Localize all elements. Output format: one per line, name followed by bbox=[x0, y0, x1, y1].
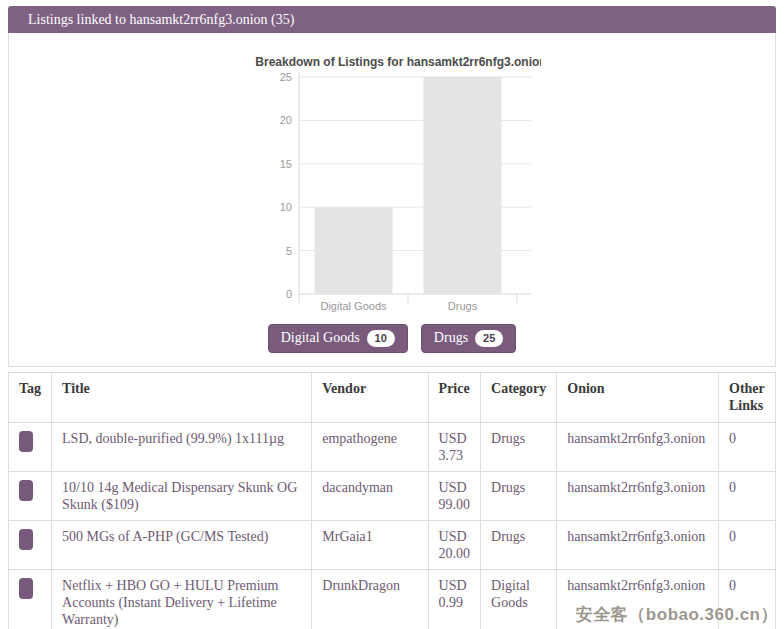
listing-category: Drugs bbox=[481, 423, 557, 472]
listing-category: Digital Goods bbox=[481, 570, 557, 629]
filter-button-drugs[interactable]: Drugs 25 bbox=[421, 324, 516, 353]
watermark: 安全客（bobao.360.cn） bbox=[576, 603, 778, 626]
listing-price: USD 3.73 bbox=[428, 423, 481, 472]
listing-onion: hansamkt2rr6nfg3.onion bbox=[557, 423, 719, 472]
column-header-onion: Onion bbox=[557, 373, 719, 423]
filter-count-badge: 25 bbox=[475, 330, 503, 347]
column-header-category: Category bbox=[481, 373, 557, 423]
svg-text:Breakdown of Listings for hans: Breakdown of Listings for hansamkt2rr6nf… bbox=[255, 55, 541, 69]
listing-other-links: 0 bbox=[719, 423, 776, 472]
tag-icon[interactable] bbox=[19, 480, 33, 501]
tag-icon[interactable] bbox=[19, 431, 33, 452]
bar-chart-svg: Breakdown of Listings for hansamkt2rr6nf… bbox=[251, 53, 541, 318]
svg-text:0: 0 bbox=[286, 288, 292, 300]
panel-header-title: Listings linked to hansamkt2rr6nfg3.onio… bbox=[8, 6, 776, 33]
svg-text:Digital Goods: Digital Goods bbox=[320, 300, 387, 312]
table-row: 10/10 14g Medical Dispensary Skunk OG Sk… bbox=[9, 472, 776, 521]
filter-count-badge: 10 bbox=[367, 330, 395, 347]
category-filter-row: Digital Goods 10 Drugs 25 bbox=[9, 324, 775, 353]
listing-title: 10/10 14g Medical Dispensary Skunk OG Sk… bbox=[52, 472, 312, 521]
listing-other-links: 0 bbox=[719, 472, 776, 521]
column-header-vendor: Vendor bbox=[312, 373, 428, 423]
svg-text:15: 15 bbox=[280, 158, 292, 170]
listing-vendor: dacandyman bbox=[312, 472, 428, 521]
table-row: LSD, double-purified (99.9%) 1x111µg emp… bbox=[9, 423, 776, 472]
listings-bar-chart: Breakdown of Listings for hansamkt2rr6nf… bbox=[251, 53, 541, 318]
listing-vendor: MrGaia1 bbox=[312, 521, 428, 570]
svg-text:20: 20 bbox=[280, 114, 292, 126]
listing-other-links: 0 bbox=[719, 521, 776, 570]
column-header-tag: Tag bbox=[9, 373, 52, 423]
listing-price: USD 0.99 bbox=[428, 570, 481, 629]
filter-button-label: Drugs bbox=[434, 330, 468, 346]
svg-text:25: 25 bbox=[280, 71, 292, 83]
svg-text:5: 5 bbox=[286, 245, 292, 257]
column-header-other-links: Other Links bbox=[719, 373, 776, 423]
column-header-price: Price bbox=[428, 373, 481, 423]
listing-title: LSD, double-purified (99.9%) 1x111µg bbox=[52, 423, 312, 472]
listing-price: USD 20.00 bbox=[428, 521, 481, 570]
listing-onion: hansamkt2rr6nfg3.onion bbox=[557, 521, 719, 570]
svg-text:10: 10 bbox=[280, 201, 292, 213]
listing-vendor: DrunkDragon bbox=[312, 570, 428, 629]
svg-text:Drugs: Drugs bbox=[448, 300, 478, 312]
listing-category: Drugs bbox=[481, 472, 557, 521]
page: Listings linked to hansamkt2rr6nfg3.onio… bbox=[0, 0, 784, 629]
listing-price: USD 99.00 bbox=[428, 472, 481, 521]
listing-onion: hansamkt2rr6nfg3.onion bbox=[557, 472, 719, 521]
table-header-row: Tag Title Vendor Price Category Onion Ot… bbox=[9, 373, 776, 423]
listings-panel: Breakdown of Listings for hansamkt2rr6nf… bbox=[8, 33, 776, 367]
listing-vendor: empathogene bbox=[312, 423, 428, 472]
listing-title: Netflix + HBO GO + HULU Premium Accounts… bbox=[52, 570, 312, 629]
filter-button-label: Digital Goods bbox=[281, 330, 360, 346]
tag-icon[interactable] bbox=[19, 529, 33, 550]
listings-table: Tag Title Vendor Price Category Onion Ot… bbox=[8, 372, 776, 629]
table-row: 500 MGs of A-PHP (GC/MS Tested) MrGaia1 … bbox=[9, 521, 776, 570]
tag-icon[interactable] bbox=[19, 578, 33, 599]
filter-button-digital-goods[interactable]: Digital Goods 10 bbox=[268, 324, 408, 353]
listing-category: Drugs bbox=[481, 521, 557, 570]
listing-title: 500 MGs of A-PHP (GC/MS Tested) bbox=[52, 521, 312, 570]
column-header-title: Title bbox=[52, 373, 312, 423]
